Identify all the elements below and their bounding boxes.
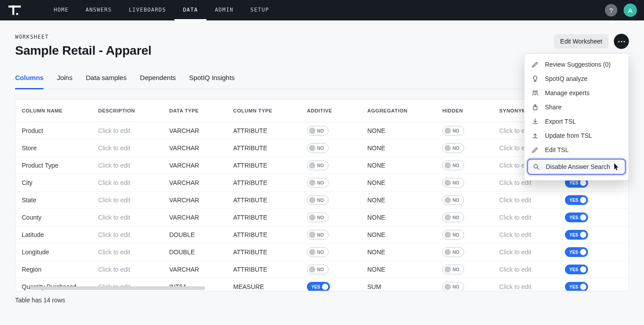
upload-icon [532,132,539,139]
toggle-off[interactable]: NO [442,143,464,153]
toggle-on[interactable]: YES [565,213,588,222]
cell-data-type[interactable]: VARCHAR [163,174,227,191]
toggle-off[interactable]: NO [307,230,329,240]
help-button[interactable]: ? [605,4,617,16]
toggle-off[interactable]: NO [442,230,464,240]
cell-data-type[interactable]: VARCHAR [163,261,227,278]
cell-aggregation[interactable]: NONE [361,261,436,278]
cell-description[interactable]: Click to edit [92,226,163,243]
column-header-additive[interactable]: ADDITIVE [301,100,361,122]
menu-item-manage-experts[interactable]: Manage experts [525,86,628,100]
cell-data-type[interactable]: VARCHAR [163,209,227,226]
cell-data-type[interactable]: DOUBLE [163,226,227,243]
cell-column-type[interactable]: ATTRIBUTE [227,261,301,278]
column-header-description[interactable]: DESCRIPTION [92,100,163,122]
cell-aggregation[interactable]: NONE [361,122,436,139]
nav-item-liveboards[interactable]: LIVEBOARDS [120,0,175,20]
toggle-off[interactable]: NO [307,213,329,222]
horizontal-scrollbar[interactable] [30,286,614,291]
cell-description[interactable]: Click to edit [92,261,163,278]
toggle-off[interactable]: NO [307,195,329,205]
toggle-on[interactable]: YES [565,230,588,240]
nav-item-admin[interactable]: ADMIN [207,0,242,20]
cell-aggregation[interactable]: NONE [361,140,436,156]
cell-data-type[interactable]: VARCHAR [163,157,227,174]
nav-item-home[interactable]: HOME [45,0,77,20]
column-header-data-type[interactable]: DATA TYPE [163,100,227,122]
toggle-off[interactable]: NO [442,195,464,205]
cell-aggregation[interactable]: NONE [361,157,436,174]
cell-aggregation[interactable]: NONE [361,226,436,243]
nav-item-setup[interactable]: SETUP [242,0,278,20]
cell-aggregation[interactable]: NONE [361,174,436,191]
cell-column-type[interactable]: ATTRIBUTE [227,157,301,174]
nav-item-answers[interactable]: ANSWERS [77,0,120,20]
cell-description[interactable]: Click to edit [92,157,163,174]
menu-item-disable-answer-search[interactable]: Disable Answer Search [527,159,626,175]
menu-item-spotiq-analyze[interactable]: SpotIQ analyze [525,72,628,86]
column-header-aggregation[interactable]: AGGREGATION [361,100,436,122]
toggle-off[interactable]: NO [307,160,329,170]
cell-data-type[interactable]: DOUBLE [163,244,227,261]
toggle-on[interactable]: YES [565,195,588,205]
toggle-off[interactable]: NO [307,247,329,257]
column-header-hidden[interactable]: HIDDEN [436,100,493,122]
cell-description[interactable]: Click to edit [92,244,163,261]
cell-aggregation[interactable]: NONE [361,244,436,261]
toggle-on[interactable]: YES [565,265,588,274]
cell-additive: NO [301,140,361,156]
column-header-column-name[interactable]: COLUMN NAME [16,100,92,122]
toggle-off[interactable]: NO [442,178,464,188]
toggle-off[interactable]: NO [307,265,329,274]
menu-item-review-suggestions-0-[interactable]: Review Suggestions (0) [525,57,628,72]
toggle-off[interactable]: NO [442,247,464,257]
toggle-off[interactable]: NO [442,265,464,274]
tab-spotiq-insights[interactable]: SpotIQ Insights [189,74,235,89]
tab-columns[interactable]: Columns [15,74,44,89]
cell-column-type[interactable]: ATTRIBUTE [227,244,301,261]
edit-worksheet-button[interactable]: Edit Worksheet [554,34,608,48]
cell-data-type[interactable]: VARCHAR [163,192,227,209]
cell-data-type[interactable]: VARCHAR [163,122,227,139]
column-header-column-type[interactable]: COLUMN TYPE [227,100,301,122]
cell-additive: NO [301,244,361,261]
cell-aggregation[interactable]: NONE [361,209,436,226]
cell-column-type[interactable]: ATTRIBUTE [227,192,301,209]
cell-description[interactable]: Click to edit [92,209,163,226]
toggle-off[interactable]: NO [307,178,329,188]
cell-column-type[interactable]: ATTRIBUTE [227,122,301,139]
toggle-off[interactable]: NO [307,143,329,153]
tab-data-samples[interactable]: Data samples [86,74,127,89]
more-actions-button[interactable] [614,34,629,49]
cell-synonyms[interactable]: Click to edit [493,226,559,243]
cell-synonyms[interactable]: Click to edit [493,261,559,278]
cell-data-type[interactable]: VARCHAR [163,140,227,156]
cell-description[interactable]: Click to edit [92,140,163,156]
toggle-off[interactable]: NO [307,126,329,136]
toggle-off[interactable]: NO [442,160,464,170]
tab-dependents[interactable]: Dependents [140,74,176,89]
tab-joins[interactable]: Joins [57,74,72,89]
menu-item-update-from-tsl[interactable]: Update from TSL [525,128,628,143]
cell-column-type[interactable]: ATTRIBUTE [227,140,301,156]
toggle-off[interactable]: NO [442,213,464,222]
cell-column-type[interactable]: ATTRIBUTE [227,226,301,243]
cell-column-type[interactable]: ATTRIBUTE [227,174,301,191]
brand-logo[interactable] [7,4,22,17]
cell-column-type[interactable]: ATTRIBUTE [227,209,301,226]
cell-description[interactable]: Click to edit [92,122,163,139]
menu-item-share[interactable]: Share [525,100,628,114]
cell-description[interactable]: Click to edit [92,192,163,209]
cell-aggregation[interactable]: NONE [361,192,436,209]
cell-synonyms[interactable]: Click to edit [493,209,559,226]
cell-description[interactable]: Click to edit [92,174,163,191]
nav-item-data[interactable]: DATA [175,0,207,20]
table-row: CountyClick to editVARCHARATTRIBUTENONON… [16,209,628,226]
cell-synonyms[interactable]: Click to edit [493,192,559,209]
cell-synonyms[interactable]: Click to edit [493,244,559,261]
menu-item-edit-tsl[interactable]: Edit TSL [525,143,628,157]
menu-item-export-tsl[interactable]: Export TSL [525,114,628,128]
user-avatar[interactable]: A [624,4,637,17]
toggle-off[interactable]: NO [442,126,464,136]
toggle-on[interactable]: YES [565,247,588,257]
